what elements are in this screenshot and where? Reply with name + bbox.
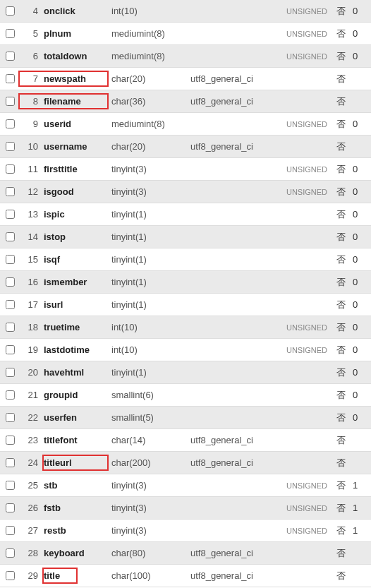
- column-name[interactable]: ismember: [42, 277, 110, 287]
- row-checkbox[interactable]: [6, 481, 15, 490]
- column-name[interactable]: username: [42, 141, 110, 152]
- column-name[interactable]: isgood: [42, 186, 110, 197]
- column-type: char(36): [110, 96, 189, 107]
- column-name[interactable]: truetime: [42, 322, 110, 332]
- table-row[interactable]: 16ismembertinyint(1)否0: [0, 271, 371, 294]
- table-row[interactable]: 19lastdotimeint(10)UNSIGNED否0: [0, 339, 371, 361]
- column-name[interactable]: newspath: [42, 73, 110, 84]
- column-name[interactable]: firsttitle: [42, 164, 110, 174]
- table-row[interactable]: 8filenamechar(36)utf8_general_ci否: [0, 90, 371, 113]
- row-checkbox-cell: [0, 368, 20, 377]
- table-row[interactable]: 5plnummediumint(8)UNSIGNED否0: [0, 23, 371, 45]
- table-row[interactable]: 27restbtinyint(3)UNSIGNED否1: [0, 520, 371, 542]
- column-name[interactable]: onclick: [42, 6, 110, 16]
- table-row[interactable]: 23titlefontchar(14)utf8_general_ci否: [0, 429, 371, 452]
- column-name[interactable]: groupid: [42, 390, 110, 400]
- row-checkbox[interactable]: [6, 345, 15, 354]
- table-row[interactable]: 28keyboardchar(80)utf8_general_ci否: [0, 542, 371, 565]
- row-number: 6: [20, 51, 42, 61]
- table-row[interactable]: 14istoptinyint(1)否0: [0, 226, 371, 248]
- row-number: 14: [20, 232, 42, 242]
- row-checkbox[interactable]: [6, 74, 15, 83]
- row-checkbox-cell: [0, 210, 20, 219]
- row-number: 16: [20, 277, 42, 287]
- row-checkbox[interactable]: [6, 436, 15, 445]
- row-checkbox[interactable]: [6, 277, 15, 287]
- column-name[interactable]: ispic: [42, 209, 110, 220]
- row-checkbox[interactable]: [6, 413, 15, 422]
- column-attribute: UNSIGNED: [276, 7, 332, 16]
- column-type: tinyint(3): [110, 480, 189, 491]
- table-row[interactable]: 22userfensmallint(5)否0: [0, 407, 371, 429]
- column-name[interactable]: totaldown: [42, 51, 110, 61]
- row-checkbox[interactable]: [6, 232, 15, 241]
- row-checkbox[interactable]: [6, 164, 15, 174]
- table-row[interactable]: 17isurltinyint(1)否0: [0, 294, 371, 316]
- table-row[interactable]: 13ispictinyint(1)否0: [0, 203, 371, 226]
- table-row[interactable]: 24titleurlchar(200)utf8_general_ci否: [0, 452, 371, 474]
- column-null: 否: [332, 344, 350, 356]
- row-checkbox[interactable]: [6, 458, 15, 467]
- column-name[interactable]: istop: [42, 232, 110, 242]
- table-row[interactable]: 11firsttitletinyint(3)UNSIGNED否0: [0, 158, 371, 181]
- row-checkbox[interactable]: [6, 97, 15, 106]
- row-checkbox-cell: [0, 6, 20, 16]
- row-checkbox[interactable]: [6, 6, 15, 16]
- column-type: int(10): [110, 322, 189, 332]
- column-null: 否: [332, 253, 350, 266]
- row-number: 24: [20, 457, 42, 468]
- table-row[interactable]: 18truetimeint(10)UNSIGNED否0: [0, 316, 371, 339]
- column-name[interactable]: filename: [42, 96, 110, 107]
- row-checkbox[interactable]: [6, 571, 15, 580]
- column-name[interactable]: havehtml: [42, 367, 110, 378]
- table-row[interactable]: 25stbtinyint(3)UNSIGNED否1: [0, 474, 371, 497]
- table-row[interactable]: 15isqftinyint(1)否0: [0, 248, 371, 271]
- column-name[interactable]: restb: [42, 525, 110, 536]
- row-checkbox[interactable]: [6, 526, 15, 535]
- row-checkbox-cell: [0, 52, 20, 61]
- column-name[interactable]: stb: [42, 480, 110, 491]
- column-type: tinyint(3): [110, 164, 189, 174]
- column-name[interactable]: titlefont: [42, 435, 110, 445]
- table-row[interactable]: 6totaldownmediumint(8)UNSIGNED否0: [0, 45, 371, 68]
- column-name[interactable]: plnum: [42, 28, 110, 39]
- row-checkbox[interactable]: [6, 142, 15, 151]
- table-row[interactable]: 7newspathchar(20)utf8_general_ci否: [0, 68, 371, 90]
- table-row[interactable]: 4onclickint(10)UNSIGNED否0: [0, 0, 371, 23]
- table-row[interactable]: 9useridmediumint(8)UNSIGNED否0: [0, 113, 371, 136]
- row-checkbox[interactable]: [6, 29, 15, 38]
- row-checkbox[interactable]: [6, 119, 15, 128]
- table-row[interactable]: 20havehtmltinyint(1)否0: [0, 361, 371, 384]
- column-name[interactable]: keyboard: [42, 548, 110, 558]
- table-row[interactable]: 21groupidsmallint(6)否0: [0, 384, 371, 407]
- column-name[interactable]: isurl: [42, 299, 110, 310]
- column-name[interactable]: isqf: [42, 254, 110, 265]
- column-name[interactable]: fstb: [42, 503, 110, 513]
- column-null: 否: [332, 118, 350, 131]
- row-checkbox[interactable]: [6, 323, 15, 332]
- row-number: 29: [20, 570, 42, 581]
- row-checkbox[interactable]: [6, 548, 15, 558]
- row-checkbox[interactable]: [6, 187, 15, 196]
- column-name[interactable]: userid: [42, 119, 110, 129]
- column-name[interactable]: userfen: [42, 412, 110, 423]
- row-checkbox[interactable]: [6, 368, 15, 377]
- column-attribute: UNSIGNED: [276, 165, 332, 174]
- row-checkbox[interactable]: [6, 52, 15, 61]
- row-checkbox[interactable]: [6, 390, 15, 400]
- column-name[interactable]: titleurl: [42, 457, 110, 468]
- row-checkbox[interactable]: [6, 503, 15, 512]
- row-checkbox[interactable]: [6, 210, 15, 219]
- table-row[interactable]: 26fstbtinyint(3)UNSIGNED否1: [0, 497, 371, 520]
- row-checkbox-cell: [0, 481, 20, 490]
- row-checkbox[interactable]: [6, 300, 15, 309]
- column-null: 否: [332, 412, 350, 424]
- table-row[interactable]: 12isgoodtinyint(3)UNSIGNED否0: [0, 181, 371, 203]
- column-name[interactable]: lastdotime: [42, 344, 110, 355]
- row-checkbox-cell: [0, 458, 20, 467]
- row-checkbox[interactable]: [6, 255, 15, 264]
- table-row[interactable]: 10usernamechar(20)utf8_general_ci否: [0, 136, 371, 158]
- table-row[interactable]: 29titlechar(100)utf8_general_ci否: [0, 565, 371, 587]
- column-default: 0: [350, 390, 367, 400]
- column-name[interactable]: title: [42, 570, 110, 581]
